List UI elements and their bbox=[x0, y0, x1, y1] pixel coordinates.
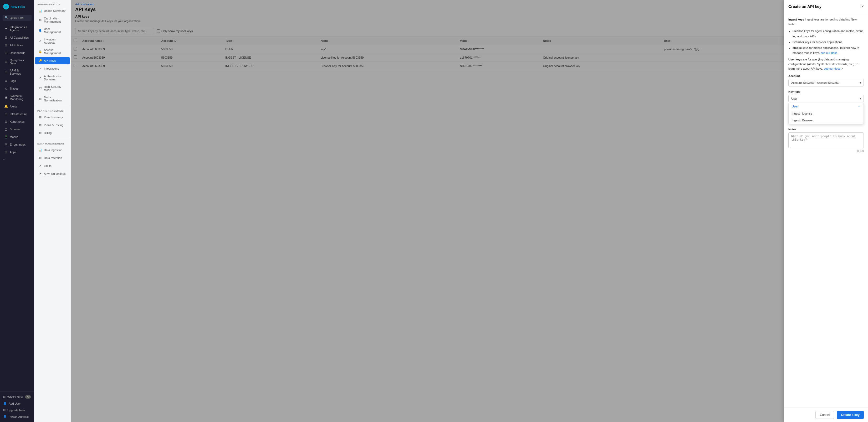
grid-icon: ⊞ bbox=[4, 70, 8, 74]
grid-icon: ⊞ bbox=[38, 18, 42, 22]
plan-icon: ⊞ bbox=[38, 116, 42, 119]
key-type-select[interactable]: User Ingest - License Ingest - Browser bbox=[788, 95, 864, 102]
dropdown-option-ingest-browser[interactable]: Ingest - Browser bbox=[788, 117, 864, 124]
mid-nav: ADMINISTRATION 📊 Usage Summary ⊞ Cardina… bbox=[34, 0, 71, 422]
security-icon: 🛡 bbox=[38, 87, 42, 90]
dropdown-option-user[interactable]: User ✓ bbox=[788, 103, 864, 110]
retention-icon: ⊞ bbox=[38, 156, 42, 160]
panel-body: Ingest keys Ingest keys are for getting … bbox=[784, 13, 868, 408]
logo[interactable]: nr new relic bbox=[0, 0, 34, 13]
mid-nav-user-mgmt[interactable]: 👤 User Management bbox=[35, 26, 70, 35]
whats-new-icon: ⊞ bbox=[3, 395, 5, 399]
sidebar-item-entities[interactable]: ⊞ All Entities bbox=[1, 41, 33, 49]
pricing-icon: ⊞ bbox=[38, 123, 42, 127]
sidebar-footer: ⊞ What's New 70 👤 Add User ⊞ Upgrade Now… bbox=[0, 391, 34, 422]
sidebar-nav: + Integrations & Agents ⊞ All Capabiliti… bbox=[0, 22, 34, 391]
sidebar-item-alerts[interactable]: 🔔 Alerts bbox=[1, 103, 33, 110]
mid-nav-usage[interactable]: 📊 Usage Summary bbox=[35, 7, 70, 14]
create-key-button[interactable]: Create a key bbox=[837, 411, 864, 419]
sidebar-item-apm[interactable]: ⊞ APM & Services bbox=[1, 67, 33, 77]
browser-icon: ◻ bbox=[4, 127, 8, 131]
upgrade-link[interactable]: ⊞ Upgrade Now bbox=[0, 407, 34, 413]
mid-nav-access[interactable]: 🔒 Access Management bbox=[35, 46, 70, 57]
notes-field: Notes 0/120 bbox=[788, 128, 864, 153]
upgrade-icon: ⊞ bbox=[3, 408, 5, 412]
mid-nav-integrations[interactable]: ↗ Integrations bbox=[35, 65, 70, 72]
logo-icon: nr bbox=[3, 4, 9, 9]
sidebar-item-query[interactable]: ⊞ Query Your Data bbox=[1, 57, 33, 67]
admin-section-label: ADMINISTRATION bbox=[34, 0, 71, 7]
cancel-button[interactable]: Cancel bbox=[815, 411, 834, 419]
mid-nav-cardinality[interactable]: ⊞ Cardinality Management bbox=[35, 15, 70, 25]
mid-nav-limits[interactable]: ✔ Limits bbox=[35, 162, 70, 169]
sidebar-item-infrastructure[interactable]: ⊞ Infrastructure bbox=[1, 110, 33, 118]
grid-icon: ⊞ bbox=[4, 112, 8, 116]
ingest-keys-list: License keys for agent configuration and… bbox=[793, 29, 864, 56]
panel-footer: Cancel Create a key bbox=[784, 408, 868, 422]
sidebar-search-area: 🔍 Quick Find bbox=[0, 13, 34, 22]
user-keys-text: User keys are for querying data and mana… bbox=[788, 57, 864, 71]
arrow-icon: ↗ bbox=[38, 67, 42, 70]
add-user-link[interactable]: 👤 Add User bbox=[0, 400, 34, 407]
grid-icon: ⊞ bbox=[4, 36, 8, 39]
dropdown-option-ingest-license[interactable]: Ingest - License bbox=[788, 110, 864, 117]
sidebar-item-mobile[interactable]: 📱 Mobile bbox=[1, 133, 33, 140]
grid-icon: ⊞ bbox=[4, 51, 8, 55]
quick-find-button[interactable]: 🔍 Quick Find bbox=[3, 15, 32, 21]
sidebar-item-capabilities[interactable]: ⊞ All Capabilities bbox=[1, 34, 33, 41]
key-type-dropdown: User ✓ Ingest - License Ingest - Browser bbox=[788, 103, 864, 124]
main-content: Administration API Keys API keys Create … bbox=[71, 0, 784, 422]
user-avatar[interactable]: 👤 Pawan Agrawal bbox=[0, 413, 34, 420]
bell-icon: 🔔 bbox=[4, 105, 8, 108]
sidebar-item-browser[interactable]: ◻ Browser bbox=[1, 126, 33, 133]
sidebar-item-integrations[interactable]: + Integrations & Agents bbox=[1, 24, 33, 34]
mid-nav-high-security[interactable]: 🛡 High-Security Mode bbox=[35, 83, 70, 93]
mid-nav-billing[interactable]: ⊞ Billing bbox=[35, 129, 70, 137]
key-type-select-wrapper: User Ingest - License Ingest - Browser bbox=[788, 95, 864, 102]
avatar-icon: 👤 bbox=[3, 415, 7, 418]
mobile-docs-link[interactable]: see our docs bbox=[821, 51, 837, 55]
ingest-list-item: Browser keys for browser applications bbox=[793, 40, 864, 45]
mid-nav-invitation[interactable]: ✔ Invitation Approval bbox=[35, 36, 70, 46]
sidebar-item-synthetic[interactable]: ◉ Synthetic Monitoring bbox=[1, 93, 33, 102]
notes-count: 0/120 bbox=[788, 150, 864, 153]
account-select[interactable]: Account: 5603359 - Account 5603359 bbox=[788, 79, 864, 87]
mid-nav-metric-norm[interactable]: ⊞ Metric Normalization bbox=[35, 94, 70, 104]
logo-text: new relic bbox=[10, 5, 25, 9]
list-icon: ≡ bbox=[4, 79, 8, 83]
check-icon: ✔ bbox=[38, 39, 42, 43]
mid-nav-plans-pricing[interactable]: ⊞ Plans & Pricing bbox=[35, 121, 70, 129]
lock-icon: 🔒 bbox=[38, 50, 42, 53]
sidebar-item-logs[interactable]: ≡ Logs bbox=[1, 77, 33, 85]
limits-icon: ✔ bbox=[38, 164, 42, 168]
sidebar-item-kubernetes[interactable]: ⊞ Kubernetes bbox=[1, 118, 33, 125]
api-docs-link[interactable]: see our docs bbox=[824, 67, 840, 70]
left-sidebar: nr new relic 🔍 Quick Find + Integrations… bbox=[0, 0, 34, 422]
whats-new-badge: 70 bbox=[25, 395, 31, 399]
mid-nav-data-retention[interactable]: ⊞ Data retention bbox=[35, 154, 70, 162]
notes-textarea[interactable] bbox=[788, 132, 864, 148]
norm-icon: ⊞ bbox=[38, 97, 42, 101]
billing-icon: ⊞ bbox=[38, 131, 42, 135]
mid-nav-auth-domains[interactable]: ✔ Authentication Domains bbox=[35, 73, 70, 83]
sidebar-item-errors[interactable]: ✉ Errors Inbox bbox=[1, 141, 33, 148]
mid-nav-data-ingestion[interactable]: 📊 Data ingestion bbox=[35, 147, 70, 154]
sidebar-item-dashboards[interactable]: ⊞ Dashboards bbox=[1, 49, 33, 57]
chart-icon: 📊 bbox=[38, 9, 42, 12]
ingestion-icon: 📊 bbox=[38, 148, 42, 152]
add-user-icon: 👤 bbox=[3, 402, 7, 405]
sidebar-more[interactable]: ... bbox=[0, 156, 34, 161]
monitor-icon: ◉ bbox=[4, 96, 8, 99]
mid-nav-apm-log[interactable]: ✔ APM log settings bbox=[35, 170, 70, 177]
mid-nav-api-keys[interactable]: 🔑 API Keys bbox=[35, 57, 70, 64]
key-type-label: Key type bbox=[788, 90, 864, 93]
close-panel-button[interactable]: × bbox=[861, 4, 864, 9]
sidebar-item-traces[interactable]: ◇ Traces bbox=[1, 85, 33, 92]
whats-new-link[interactable]: ⊞ What's New 70 bbox=[0, 394, 34, 400]
panel-title: Create an API key bbox=[788, 4, 822, 9]
mid-nav-plan-summary[interactable]: ⊞ Plan Summary bbox=[35, 113, 70, 121]
account-select-wrapper: Account: 5603359 - Account 5603359 bbox=[788, 79, 864, 87]
shield-icon: ✔ bbox=[38, 76, 42, 79]
notes-label: Notes bbox=[788, 128, 864, 131]
sidebar-item-apps[interactable]: ⊞ Apps bbox=[1, 149, 33, 156]
